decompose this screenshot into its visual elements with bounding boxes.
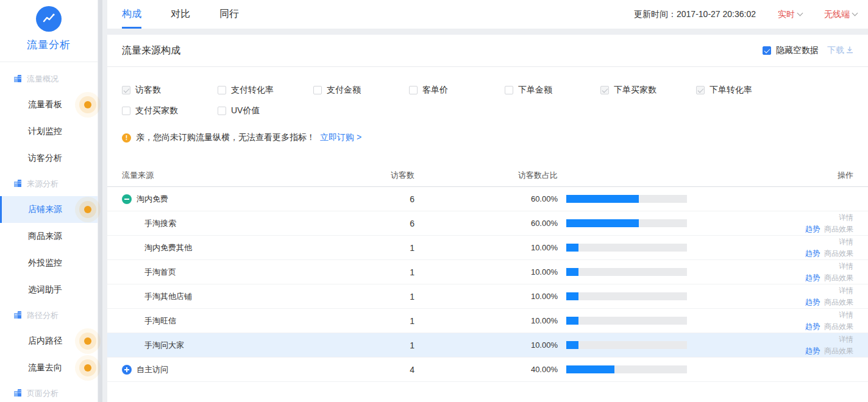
checkbox-icon[interactable] <box>505 86 513 94</box>
source-name-cell: 手淘旺信 <box>122 316 378 326</box>
sidebar-item[interactable]: 商品来源 <box>0 223 98 250</box>
ratio-value: 10.00% <box>414 292 558 301</box>
product-effect-link[interactable]: 商品效果 <box>824 225 853 233</box>
sidebar-item[interactable]: 访客分析 <box>0 145 98 172</box>
detail-link[interactable]: 详情 <box>839 213 853 222</box>
metric-checkbox[interactable]: 支付转化率 <box>218 84 313 96</box>
ratio-value: 60.00% <box>414 219 558 228</box>
trend-link[interactable]: 趋势 <box>805 298 820 306</box>
checkbox-icon[interactable] <box>600 86 609 94</box>
terminal-dropdown[interactable]: 无线端 <box>824 9 857 20</box>
checkbox-icon[interactable] <box>218 107 226 115</box>
table-row: 淘内免费其他 1 10.00% 详情 趋势商品效果 <box>107 236 868 260</box>
tab[interactable]: 同行 <box>219 0 239 29</box>
sidebar-section-header: 页面分析 <box>0 381 98 402</box>
sidebar-item[interactable]: 流量看板 <box>0 91 98 118</box>
product-effect-link[interactable]: 商品效果 <box>824 249 853 258</box>
metric-checkbox[interactable]: 下单买家数 <box>600 84 696 96</box>
checkbox-icon[interactable] <box>218 86 226 94</box>
column-ratio: 访客数占比 <box>414 170 687 181</box>
detail-link[interactable]: 详情 <box>839 311 853 319</box>
ratio-bar-track <box>566 219 687 227</box>
sidebar: 流量分析 流量概况 <box>0 0 98 402</box>
checkbox-icon[interactable] <box>313 86 322 94</box>
ratio-value: 10.00% <box>414 316 558 325</box>
ratio-cell: 10.00% <box>414 292 687 301</box>
ratio-bar-track <box>566 244 687 252</box>
metric-checkbox[interactable]: UV价值 <box>218 105 313 117</box>
metric-label: 支付金额 <box>327 85 361 96</box>
update-time: 更新时间：2017-10-27 20:36:02 <box>634 9 756 20</box>
table-row: 自主访问 4 40.00% <box>107 358 868 382</box>
visitors-value: 4 <box>378 365 414 375</box>
metric-label: 下单金额 <box>518 85 552 96</box>
column-ops: 操作 <box>687 170 853 181</box>
source-name-cell: 手淘其他店铺 <box>122 291 378 302</box>
checkbox-icon[interactable] <box>409 86 418 94</box>
sidebar-item[interactable]: 店内路径 <box>0 328 98 354</box>
expand-plus-icon[interactable] <box>122 365 132 375</box>
product-effect-link[interactable]: 商品效果 <box>824 347 853 355</box>
sidebar-item[interactable]: 选词助手 <box>0 277 98 303</box>
sidebar-section-label: 页面分析 <box>27 388 59 399</box>
product-effect-link[interactable]: 商品效果 <box>824 298 853 306</box>
chevron-down-icon <box>852 10 858 16</box>
source-name-cell: 自主访问 <box>122 364 378 375</box>
subscribe-link[interactable]: 立即订购 > <box>320 132 361 143</box>
ratio-bar-fill <box>566 365 614 373</box>
realtime-dropdown[interactable]: 实时 <box>778 9 802 20</box>
ratio-cell: 60.00% <box>414 194 687 203</box>
content-panel: 流量来源构成 隐藏空数据 下载 <box>107 35 868 402</box>
tab[interactable]: 构成 <box>122 0 141 29</box>
sidebar-item[interactable]: 流量去向 <box>0 354 98 381</box>
collapse-minus-icon[interactable] <box>122 194 132 204</box>
ratio-bar-track <box>566 268 687 276</box>
sidebar-item[interactable]: 计划监控 <box>0 118 98 145</box>
metric-label: 客单价 <box>422 85 448 96</box>
metric-checkbox[interactable]: 访客数 <box>122 84 218 96</box>
detail-link[interactable]: 详情 <box>839 262 853 270</box>
product-effect-link[interactable]: 商品效果 <box>824 273 853 282</box>
product-effect-link[interactable]: 商品效果 <box>824 322 853 331</box>
tab-label: 同行 <box>219 8 239 21</box>
metric-checkbox[interactable]: 支付买家数 <box>122 105 218 117</box>
actions-cell: 详情 趋势商品效果 <box>687 236 853 260</box>
detail-link[interactable]: 详情 <box>839 286 853 295</box>
source-name-cell: 淘内免费 <box>122 194 378 205</box>
source-name: 淘内免费其他 <box>144 242 192 253</box>
visitors-value: 1 <box>378 267 414 277</box>
checkbox-checked-icon[interactable] <box>763 46 771 55</box>
metric-checkbox[interactable]: 支付金额 <box>313 84 409 96</box>
source-name: 手淘其他店铺 <box>144 291 192 302</box>
visitors-value: 6 <box>378 194 414 204</box>
line-chart-icon <box>36 6 62 32</box>
sidebar-item-label: 计划监控 <box>28 126 62 137</box>
sidebar-scrollbar[interactable] <box>98 0 102 402</box>
trend-link[interactable]: 趋势 <box>805 225 820 233</box>
hide-empty-checkbox[interactable]: 隐藏空数据 <box>763 45 819 56</box>
sidebar-gutter <box>98 0 107 402</box>
checkbox-icon[interactable] <box>696 86 705 94</box>
detail-link[interactable]: 详情 <box>839 238 853 246</box>
metric-checkbox[interactable]: 下单转化率 <box>696 84 792 96</box>
trend-link[interactable]: 趋势 <box>805 249 820 258</box>
actions-cell: 详情 趋势商品效果 <box>687 211 853 236</box>
ratio-cell: 40.00% <box>414 365 687 374</box>
tab[interactable]: 对比 <box>171 0 190 29</box>
source-name: 手淘首页 <box>144 267 176 278</box>
source-name-cell: 手淘首页 <box>122 267 378 278</box>
notice-text: 亲，您尚未订购流量纵横，无法查看更多指标！ <box>136 132 315 143</box>
sidebar-item-label: 店内路径 <box>28 336 62 347</box>
trend-link[interactable]: 趋势 <box>805 347 820 355</box>
detail-link[interactable]: 详情 <box>839 335 853 344</box>
download-button[interactable]: 下载 <box>827 45 853 56</box>
checkbox-icon[interactable] <box>122 107 130 115</box>
metric-checkbox[interactable]: 客单价 <box>409 84 505 96</box>
sidebar-item[interactable]: 店铺来源 <box>0 196 98 223</box>
ratio-cell: 10.00% <box>414 243 687 252</box>
trend-link[interactable]: 趋势 <box>805 322 820 331</box>
sidebar-item[interactable]: 外投监控 <box>0 250 98 277</box>
metric-checkbox[interactable]: 下单金额 <box>505 84 600 96</box>
trend-link[interactable]: 趋势 <box>805 273 820 282</box>
checkbox-icon[interactable] <box>122 86 130 94</box>
